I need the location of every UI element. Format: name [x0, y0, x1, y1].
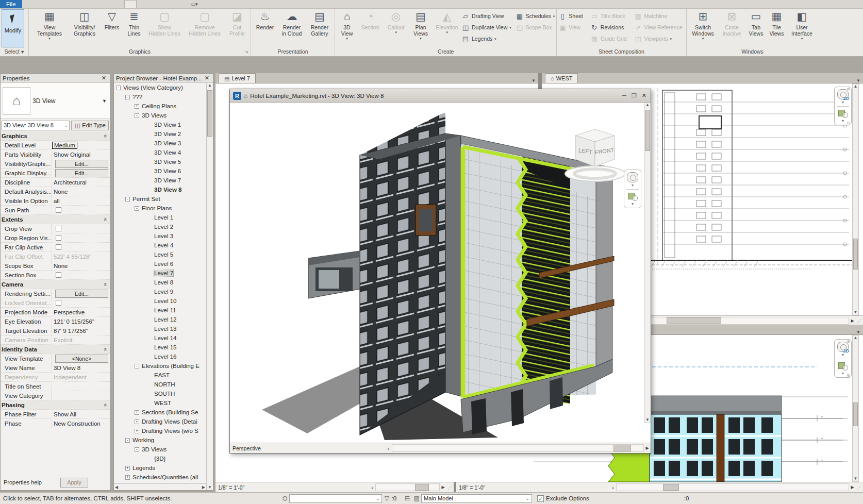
property-row[interactable]: Parts Visibility Show Original: [1, 150, 110, 159]
schedules-button[interactable]: ▦ Schedules▾: [516, 10, 555, 22]
file-tab[interactable]: File: [0, 0, 22, 8]
level7-hscrollbar[interactable]: [375, 483, 440, 491]
unlocked-3d-icon[interactable]: [308, 483, 316, 491]
displaced-elements-icon[interactable]: [593, 483, 601, 491]
render-button[interactable]: ♨ Render: [253, 9, 277, 47]
ribbon-tab[interactable]: [45, 0, 56, 8]
tree-item[interactable]: 3D View 8: [114, 185, 206, 194]
property-row[interactable]: Phasing: [1, 400, 110, 410]
tab-overflow-icon[interactable]: ▼: [854, 78, 863, 83]
maximize-button[interactable]: ❐: [632, 92, 637, 99]
tree-item[interactable]: 3D View 1: [114, 120, 206, 129]
crop-region-icon[interactable]: [300, 483, 307, 491]
tree-item[interactable]: - ???: [114, 92, 206, 102]
property-row[interactable]: Projection Mode Perspective: [1, 308, 110, 317]
minimize-button[interactable]: ─: [622, 92, 626, 99]
window-title-bar[interactable]: R ⌂ Hotel Example_Marketing.rvt - 3D Vie…: [230, 89, 651, 103]
property-row[interactable]: Camera Position Explicit: [1, 335, 110, 345]
edit-type-button[interactable]: ◫ Edit Type: [71, 121, 109, 130]
property-row[interactable]: Extents: [1, 215, 110, 224]
tree-item[interactable]: Level 7: [114, 268, 206, 278]
tree-item[interactable]: Level 16: [114, 352, 206, 361]
reveal-constraints-icon[interactable]: [377, 444, 385, 452]
displaced-elements-icon[interactable]: [369, 444, 376, 452]
tree-item[interactable]: Level 13: [114, 324, 206, 333]
ribbon-tab[interactable]: [113, 0, 124, 8]
visual-style-icon[interactable]: [256, 483, 263, 491]
close-inactive-button[interactable]: ⊠ CloseInactive: [718, 9, 746, 47]
tree-item[interactable]: 3D View 3: [114, 139, 206, 148]
property-row[interactable]: Visibility/Graphi... Edit...: [1, 159, 110, 169]
ribbon-tab[interactable]: [124, 0, 137, 8]
render-gallery-button[interactable]: ▤ RenderGallery: [306, 9, 333, 47]
3d-view-vscrollbar[interactable]: ▲▼: [644, 103, 651, 423]
view-button[interactable]: ▣ View: [558, 22, 585, 33]
property-row[interactable]: Rendering Setti... Edit...: [1, 289, 110, 298]
tree-item[interactable]: Level 2: [114, 222, 206, 231]
browser-hscrollbar[interactable]: ◀▶: [114, 483, 206, 490]
displaced-elements-icon[interactable]: [352, 483, 360, 491]
zoom-icon[interactable]: [627, 192, 638, 201]
title-block-button[interactable]: ▭ Title Block: [590, 10, 629, 22]
tree-item[interactable]: - Working: [114, 435, 206, 445]
tree-item[interactable]: Level 6: [114, 259, 206, 268]
tree-item[interactable]: - Views (View Category): [114, 83, 206, 92]
visibility-graphics-button[interactable]: ◫ Visibility/Graphics: [69, 9, 101, 47]
reveal-hidden-icon[interactable]: [567, 483, 574, 491]
view-tab-west[interactable]: ⌂ WEST: [545, 73, 578, 83]
render-dialog-icon[interactable]: [282, 483, 290, 491]
property-row[interactable]: Identity Data: [1, 345, 110, 354]
property-row[interactable]: Camera: [1, 280, 110, 289]
ribbon-tab[interactable]: [137, 0, 148, 8]
tree-item[interactable]: 3D View 4: [114, 148, 206, 157]
scale-button[interactable]: 1/8" = 1'-0": [459, 484, 485, 491]
ribbon-tab[interactable]: [22, 0, 34, 8]
view-templates-button[interactable]: ▦ ViewTemplates ▾: [30, 9, 69, 47]
reveal-constraints-icon[interactable]: [602, 483, 609, 491]
ribbon-tab[interactable]: [159, 0, 171, 8]
property-row[interactable]: Target Elevation 87' 9 17/256": [1, 326, 110, 335]
tree-item[interactable]: Level 1: [114, 213, 206, 222]
property-row[interactable]: View Category: [1, 391, 110, 400]
sheet-button[interactable]: ▯ Sheet: [558, 10, 585, 22]
worksets-icon[interactable]: ⛭: [280, 495, 289, 502]
ribbon-collapse-icon[interactable]: ▭▾: [191, 0, 198, 8]
ribbon-tab[interactable]: [148, 0, 159, 8]
property-row[interactable]: Far Clip Active: [1, 243, 110, 252]
render-in-cloud-button[interactable]: ☁ Renderin Cloud: [277, 9, 306, 47]
bottom-right-vscrollbar[interactable]: ▲▼: [852, 335, 859, 482]
tree-item[interactable]: Level 3: [114, 231, 206, 241]
property-row[interactable]: Locked Orientat...: [1, 298, 110, 308]
property-row[interactable]: View Template <None>: [1, 354, 110, 363]
tile-views-button[interactable]: ▦ TileViews: [767, 9, 787, 47]
exclude-options-checkbox[interactable]: ✓: [537, 495, 544, 502]
cut-profile-button[interactable]: ◪ CutProfile: [225, 9, 249, 47]
switch-windows-button[interactable]: ⊞ SwitchWindows ▾: [688, 9, 718, 47]
active-only-icon[interactable]: ▨: [412, 495, 421, 502]
guide-grid-button[interactable]: ▦ Guide Grid: [590, 33, 629, 44]
crop-region-icon[interactable]: [316, 444, 324, 452]
worksharing-display-icon[interactable]: [584, 483, 592, 491]
tree-item[interactable]: - 3D Views: [114, 445, 206, 454]
tree-item[interactable]: + Drafting Views (Detai: [114, 417, 206, 426]
property-row[interactable]: Far Clip Offset 522' 4 85/128": [1, 252, 110, 261]
tree-item[interactable]: + Schedules/Quantities (all: [114, 473, 206, 482]
tree-item[interactable]: Level 15: [114, 343, 206, 352]
steering-wheel-icon[interactable]: 2D: [837, 342, 849, 352]
render-dialog-icon[interactable]: [298, 444, 306, 452]
steering-wheel-icon[interactable]: 2D: [837, 89, 849, 99]
viewports-button[interactable]: ◫ Viewports▾: [634, 33, 685, 44]
ribbon-tab[interactable]: [79, 0, 90, 8]
property-row[interactable]: Discipline Architectural: [1, 178, 110, 187]
temporary-hide-isolate-icon[interactable]: [558, 483, 566, 491]
sun-settings-icon[interactable]: [281, 444, 289, 452]
tree-item[interactable]: 3D View 6: [114, 166, 206, 176]
ribbon-tab[interactable]: [102, 0, 113, 8]
legends-button[interactable]: ▤ Legends▾: [461, 33, 511, 44]
design-option-select[interactable]: Main Model⌄: [421, 494, 532, 503]
view-tab-level7[interactable]: ▤ Level 7: [219, 73, 256, 83]
detail-level-icon[interactable]: [247, 483, 255, 491]
property-row[interactable]: Graphic Display... Edit...: [1, 169, 110, 178]
visual-style-icon[interactable]: [272, 444, 280, 452]
tree-item[interactable]: 3D View 7: [114, 176, 206, 185]
